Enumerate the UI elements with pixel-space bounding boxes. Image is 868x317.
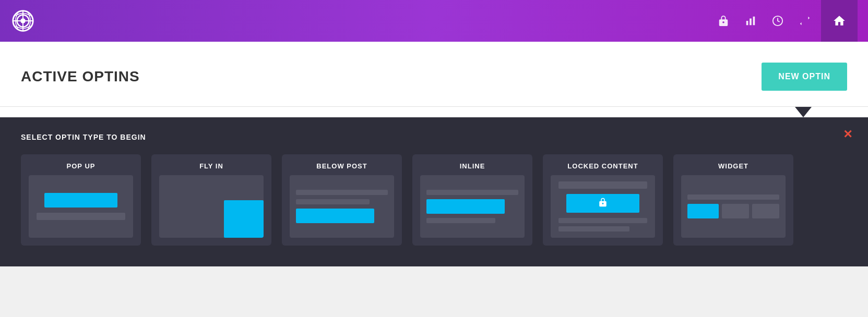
optin-card-inline[interactable]: INLINE	[412, 154, 532, 246]
belowpost-preview	[290, 175, 394, 238]
dropdown-arrow-wrapper	[0, 107, 868, 117]
optin-card-widget[interactable]: WIDGET	[673, 154, 793, 246]
widget-row	[687, 204, 779, 218]
optin-panel-title: SELECT OPTIN TYPE TO BEGIN	[21, 133, 847, 141]
popup-blue-bar	[44, 193, 117, 208]
flyin-preview	[159, 175, 264, 238]
logo-area	[10, 8, 125, 33]
widget-preview	[681, 175, 786, 238]
belowpost-label: BELOW POST	[316, 162, 367, 170]
widget-blue-btn	[687, 204, 719, 218]
locked-top-bar	[558, 181, 647, 189]
home-button[interactable]	[821, 0, 858, 42]
optin-card-flyin[interactable]: FLY IN	[151, 154, 271, 246]
locked-preview	[551, 175, 655, 238]
flyin-label: FLY IN	[199, 162, 223, 170]
dropdown-arrow	[795, 107, 812, 117]
optin-type-panel: SELECT OPTIN TYPE TO BEGIN ✕ POP UP FLY …	[0, 117, 868, 266]
widget-bar2	[752, 204, 779, 218]
inline-line1	[426, 190, 518, 195]
belowpost-line1	[296, 190, 388, 195]
page-title: ACTIVE OPTINS	[21, 68, 140, 85]
flyin-blue-panel	[224, 200, 264, 238]
locked-bottom-bars	[558, 218, 647, 231]
popup-preview	[29, 175, 133, 238]
optin-card-popup[interactable]: POP UP	[21, 154, 141, 246]
lock-icon	[598, 198, 608, 210]
app-logo	[10, 8, 35, 33]
widget-label: WIDGET	[718, 162, 748, 170]
belowpost-blue-btn	[296, 209, 374, 223]
widget-top-bar	[687, 194, 779, 200]
popup-label: POP UP	[67, 162, 96, 170]
clock-icon[interactable]	[772, 15, 783, 27]
close-button[interactable]: ✕	[843, 128, 852, 141]
optin-card-belowpost[interactable]: BELOW POST	[282, 154, 402, 246]
header-icons	[718, 15, 821, 27]
new-optin-button[interactable]: NEW OPTIN	[762, 63, 847, 91]
svg-rect-7	[753, 17, 755, 26]
inline-line2	[426, 218, 495, 223]
optin-card-locked[interactable]: LOCKED CONTENT	[543, 154, 663, 246]
page-content-area: ACTIVE OPTINS NEW OPTIN	[0, 42, 868, 107]
inline-blue-btn	[426, 199, 505, 214]
svg-rect-5	[746, 21, 748, 25]
belowpost-line2	[296, 199, 370, 204]
widget-bar1	[722, 204, 749, 218]
sort-icon[interactable]	[799, 15, 811, 27]
lock-icon[interactable]	[718, 15, 729, 27]
svg-rect-6	[750, 18, 752, 25]
chart-icon[interactable]	[745, 15, 756, 27]
inline-preview	[420, 175, 525, 238]
locked-blue-btn	[566, 194, 639, 213]
popup-bottom-bar	[37, 213, 125, 220]
locked-label: LOCKED CONTENT	[567, 162, 638, 170]
inline-label: INLINE	[460, 162, 485, 170]
app-header	[0, 0, 868, 42]
optin-types-row: POP UP FLY IN BELOW POST	[21, 154, 847, 246]
